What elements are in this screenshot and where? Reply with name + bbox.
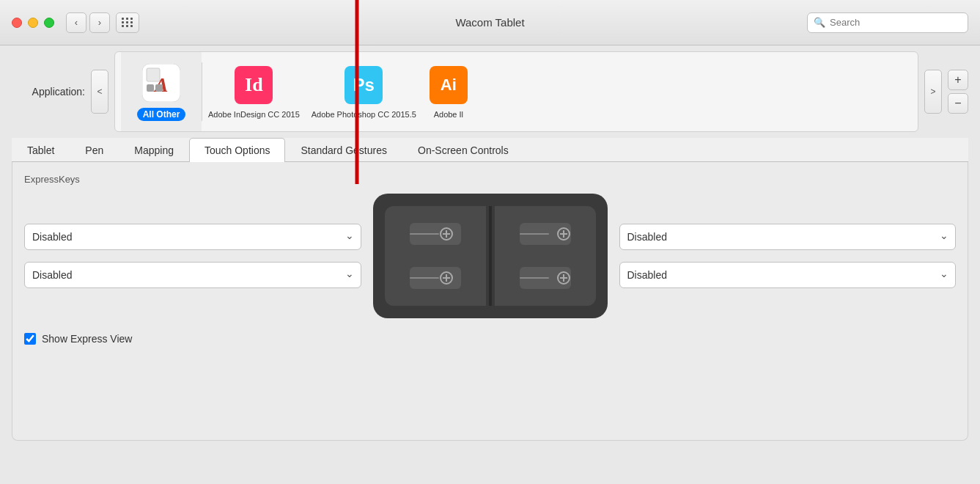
grid-icon: [122, 18, 133, 27]
all-other-icon-wrapper: A: [141, 62, 182, 103]
maximize-button[interactable]: [44, 18, 54, 28]
app-prev-button[interactable]: <: [91, 70, 108, 114]
tab-touch-options[interactable]: Touch Options: [189, 138, 286, 162]
show-express-view-row: Show Express View: [24, 333, 956, 345]
top-right-select-wrapper: Disabled Keystroke Application Defined N…: [619, 224, 957, 250]
key-icon-bottom-right: [549, 271, 571, 285]
tablet-center-divider: [489, 206, 492, 306]
tablet-key-bottom-right: [520, 267, 571, 289]
bottom-right-dropdown[interactable]: Disabled Keystroke Application Defined N…: [619, 262, 957, 288]
indesign-label: Adobe InDesign CC 2015: [208, 110, 300, 119]
adobe-il-icon: Ai: [430, 66, 468, 104]
app-item-photoshop[interactable]: Ps Adobe Photoshop CC 2015.5: [306, 52, 422, 131]
window-title: Wacom Tablet: [455, 16, 524, 29]
bottom-left-select-wrapper: Disabled Keystroke Application Defined N…: [24, 262, 361, 288]
close-button[interactable]: [12, 18, 22, 28]
forward-button[interactable]: ›: [89, 12, 110, 33]
app-item-indesign[interactable]: Id Adobe InDesign CC 2015: [202, 52, 306, 131]
search-bar[interactable]: 🔍: [807, 12, 968, 33]
tab-mapping[interactable]: Mapping: [119, 138, 189, 162]
adobe-il-label: Adobe Il: [434, 110, 463, 119]
grid-button[interactable]: [116, 12, 139, 33]
back-button[interactable]: ‹: [66, 12, 86, 33]
tablet-left: [385, 206, 486, 306]
right-keys-column: Disabled Keystroke Application Defined N…: [619, 224, 957, 288]
application-row: Application: < A All Other: [0, 45, 980, 138]
left-keys-column: Disabled Keystroke Application Defined N…: [24, 224, 361, 288]
photoshop-icon: Ps: [345, 66, 383, 104]
app-item-adobe-il[interactable]: Ai Adobe Il: [422, 52, 475, 131]
key-icon-top-right: [549, 227, 571, 241]
all-other-icon: A: [142, 64, 180, 102]
tablet-key-top-right: [520, 223, 571, 245]
nav-buttons: ‹ ›: [66, 12, 139, 33]
app-next-button[interactable]: >: [924, 70, 942, 114]
traffic-lights: [12, 18, 54, 28]
photoshop-label: Adobe Photoshop CC 2015.5: [312, 110, 416, 119]
svg-rect-4: [155, 84, 163, 92]
key-icon-bottom-left: [439, 271, 461, 285]
show-express-view-label: Show Express View: [42, 333, 132, 345]
remove-app-button[interactable]: −: [948, 93, 968, 114]
title-bar: ‹ › Wacom Tablet 🔍: [0, 0, 980, 45]
expresskeys-label: ExpressKeys: [24, 174, 956, 185]
search-input[interactable]: [830, 17, 962, 28]
tab-pen[interactable]: Pen: [70, 138, 119, 162]
app-item-all-other[interactable]: A All Other: [121, 52, 202, 131]
expresskeys-container: Disabled Keystroke Application Defined N…: [24, 194, 956, 318]
tablet-key-bottom-left: [410, 267, 461, 289]
tablet-right: [495, 206, 596, 306]
panel-content: ExpressKeys Disabled Keystroke Applicati…: [12, 162, 968, 441]
tab-on-screen-controls[interactable]: On-Screen Controls: [402, 138, 524, 162]
svg-rect-3: [147, 84, 154, 92]
top-right-dropdown[interactable]: Disabled Keystroke Application Defined N…: [619, 224, 957, 250]
show-express-view-checkbox[interactable]: [24, 333, 36, 345]
all-other-badge: All Other: [137, 108, 186, 121]
tablet-inner: [385, 206, 596, 306]
search-icon: 🔍: [814, 17, 825, 28]
tab-standard-gestures[interactable]: Standard Gestures: [285, 138, 402, 162]
app-window: ‹ › Wacom Tablet 🔍 Application: <: [0, 0, 980, 484]
adobe-il-icon-wrapper: Ai: [428, 65, 469, 106]
tab-tablet[interactable]: Tablet: [12, 138, 70, 162]
top-left-select-wrapper: Disabled Keystroke Application Defined N…: [24, 224, 361, 250]
top-left-dropdown[interactable]: Disabled Keystroke Application Defined N…: [24, 224, 361, 250]
tablet-device: [373, 194, 608, 318]
photoshop-icon-wrapper: Ps: [343, 65, 384, 106]
tablet-device-wrapper: [373, 194, 608, 318]
tabs-bar: Tablet Pen Mapping Touch Options Standar…: [12, 138, 968, 162]
bottom-right-select-wrapper: Disabled Keystroke Application Defined N…: [619, 262, 957, 288]
minimize-button[interactable]: [28, 18, 38, 28]
bottom-left-dropdown[interactable]: Disabled Keystroke Application Defined N…: [24, 262, 361, 288]
indesign-icon: Id: [235, 66, 273, 104]
app-strip: A All Other Id Adobe InDesign CC 2015 P: [114, 51, 918, 132]
add-app-button[interactable]: +: [948, 70, 968, 90]
app-controls: + −: [948, 70, 968, 114]
key-icon-top-left: [439, 227, 461, 241]
indesign-icon-wrapper: Id: [233, 65, 274, 106]
app-label: Application:: [12, 86, 85, 98]
tablet-key-top-left: [410, 223, 461, 245]
